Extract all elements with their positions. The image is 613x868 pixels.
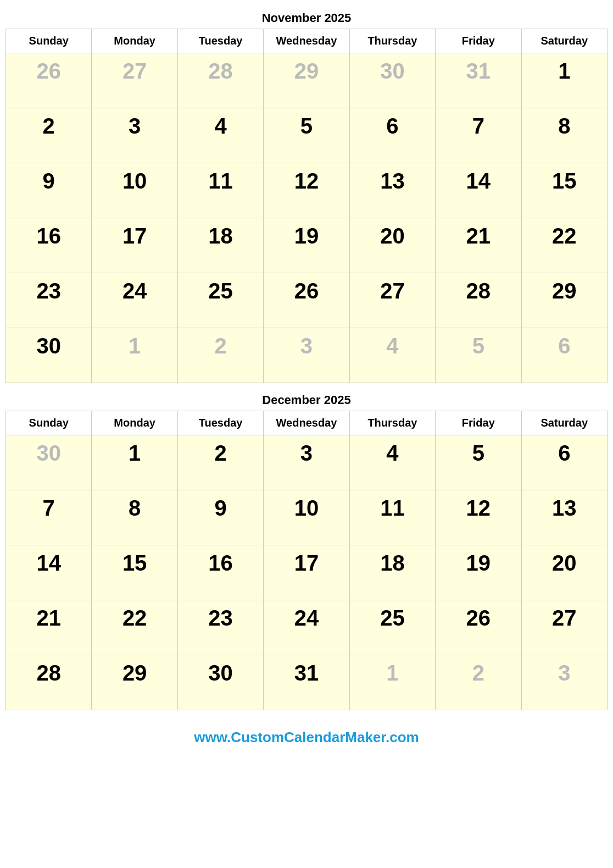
calendar-day[interactable]: 29: [264, 53, 349, 108]
calendar-day[interactable]: 22: [92, 600, 177, 655]
calendar-day[interactable]: 21: [6, 600, 92, 655]
calendar-day[interactable]: 6: [349, 108, 435, 163]
calendar-day[interactable]: 20: [349, 218, 435, 273]
calendar-day[interactable]: 2: [177, 328, 263, 383]
calendar-day[interactable]: 27: [349, 273, 435, 328]
col-header-wednesday: Wednesday: [264, 411, 349, 435]
calendar-day[interactable]: 10: [92, 163, 177, 218]
november-calendar: November 2025 SundayMondayTuesdayWednesd…: [5, 11, 608, 383]
calendar-day[interactable]: 7: [6, 490, 92, 545]
calendar-day[interactable]: 2: [6, 108, 92, 163]
calendar-day[interactable]: 4: [177, 108, 263, 163]
calendar-day[interactable]: 20: [521, 545, 607, 600]
col-header-friday: Friday: [436, 411, 521, 435]
calendar-day[interactable]: 2: [436, 655, 521, 710]
calendar-day[interactable]: 3: [264, 435, 349, 490]
calendar-day[interactable]: 24: [92, 273, 177, 328]
calendar-day[interactable]: 11: [349, 490, 435, 545]
calendar-day[interactable]: 31: [264, 655, 349, 710]
calendar-day[interactable]: 30: [6, 328, 92, 383]
calendar-day[interactable]: 25: [177, 273, 263, 328]
col-header-monday: Monday: [92, 411, 177, 435]
calendar-day[interactable]: 24: [264, 600, 349, 655]
calendar-day[interactable]: 16: [6, 218, 92, 273]
calendar-day[interactable]: 9: [177, 490, 263, 545]
calendar-day[interactable]: 1: [92, 328, 177, 383]
website-link: www.CustomCalendarMaker.com: [194, 729, 419, 746]
calendar-day[interactable]: 3: [521, 655, 607, 710]
calendar-day[interactable]: 11: [177, 163, 263, 218]
calendar-day[interactable]: 19: [264, 218, 349, 273]
calendar-day[interactable]: 19: [436, 545, 521, 600]
calendar-day[interactable]: 7: [436, 108, 521, 163]
calendar-day[interactable]: 26: [6, 53, 92, 108]
calendar-day[interactable]: 1: [521, 53, 607, 108]
calendar-day[interactable]: 13: [521, 490, 607, 545]
calendar-day[interactable]: 3: [92, 108, 177, 163]
calendar-day[interactable]: 26: [264, 273, 349, 328]
calendar-day[interactable]: 10: [264, 490, 349, 545]
calendar-day[interactable]: 30: [6, 435, 92, 490]
december-calendar: December 2025 SundayMondayTuesdayWednesd…: [5, 393, 608, 710]
december-table: SundayMondayTuesdayWednesdayThursdayFrid…: [5, 411, 608, 710]
calendar-day[interactable]: 26: [436, 600, 521, 655]
calendar-day[interactable]: 18: [177, 218, 263, 273]
calendar-day[interactable]: 30: [177, 655, 263, 710]
calendar-day[interactable]: 29: [92, 655, 177, 710]
calendar-day[interactable]: 27: [521, 600, 607, 655]
calendar-day[interactable]: 6: [521, 328, 607, 383]
calendar-day[interactable]: 28: [177, 53, 263, 108]
col-header-wednesday: Wednesday: [264, 29, 349, 53]
december-title: December 2025: [5, 393, 608, 407]
col-header-sunday: Sunday: [6, 411, 92, 435]
calendar-day[interactable]: 23: [6, 273, 92, 328]
november-table: SundayMondayTuesdayWednesdayThursdayFrid…: [5, 29, 608, 383]
calendar-day[interactable]: 15: [521, 163, 607, 218]
calendar-day[interactable]: 17: [92, 218, 177, 273]
col-header-thursday: Thursday: [349, 411, 435, 435]
col-header-saturday: Saturday: [521, 29, 607, 53]
col-header-tuesday: Tuesday: [177, 29, 263, 53]
col-header-tuesday: Tuesday: [177, 411, 263, 435]
calendar-day[interactable]: 1: [349, 655, 435, 710]
calendar-day[interactable]: 16: [177, 545, 263, 600]
calendar-day[interactable]: 23: [177, 600, 263, 655]
november-title: November 2025: [5, 11, 608, 25]
calendar-day[interactable]: 12: [436, 490, 521, 545]
calendar-day[interactable]: 14: [436, 163, 521, 218]
col-header-thursday: Thursday: [349, 29, 435, 53]
col-header-saturday: Saturday: [521, 411, 607, 435]
calendar-day[interactable]: 5: [436, 435, 521, 490]
calendar-day[interactable]: 25: [349, 600, 435, 655]
calendar-day[interactable]: 13: [349, 163, 435, 218]
calendar-day[interactable]: 28: [436, 273, 521, 328]
col-header-monday: Monday: [92, 29, 177, 53]
calendar-day[interactable]: 6: [521, 435, 607, 490]
calendar-day[interactable]: 2: [177, 435, 263, 490]
col-header-sunday: Sunday: [6, 29, 92, 53]
calendar-day[interactable]: 18: [349, 545, 435, 600]
calendar-day[interactable]: 30: [349, 53, 435, 108]
calendar-day[interactable]: 1: [92, 435, 177, 490]
calendar-day[interactable]: 22: [521, 218, 607, 273]
col-header-friday: Friday: [436, 29, 521, 53]
calendar-day[interactable]: 29: [521, 273, 607, 328]
calendar-day[interactable]: 31: [436, 53, 521, 108]
calendar-day[interactable]: 12: [264, 163, 349, 218]
calendar-day[interactable]: 17: [264, 545, 349, 600]
calendar-day[interactable]: 14: [6, 545, 92, 600]
calendar-day[interactable]: 9: [6, 163, 92, 218]
calendar-day[interactable]: 28: [6, 655, 92, 710]
calendar-day[interactable]: 4: [349, 328, 435, 383]
calendar-day[interactable]: 15: [92, 545, 177, 600]
calendar-day[interactable]: 5: [436, 328, 521, 383]
calendar-day[interactable]: 8: [521, 108, 607, 163]
calendar-day[interactable]: 4: [349, 435, 435, 490]
calendar-day[interactable]: 3: [264, 328, 349, 383]
calendar-day[interactable]: 21: [436, 218, 521, 273]
calendar-day[interactable]: 8: [92, 490, 177, 545]
calendar-day[interactable]: 27: [92, 53, 177, 108]
calendar-day[interactable]: 5: [264, 108, 349, 163]
